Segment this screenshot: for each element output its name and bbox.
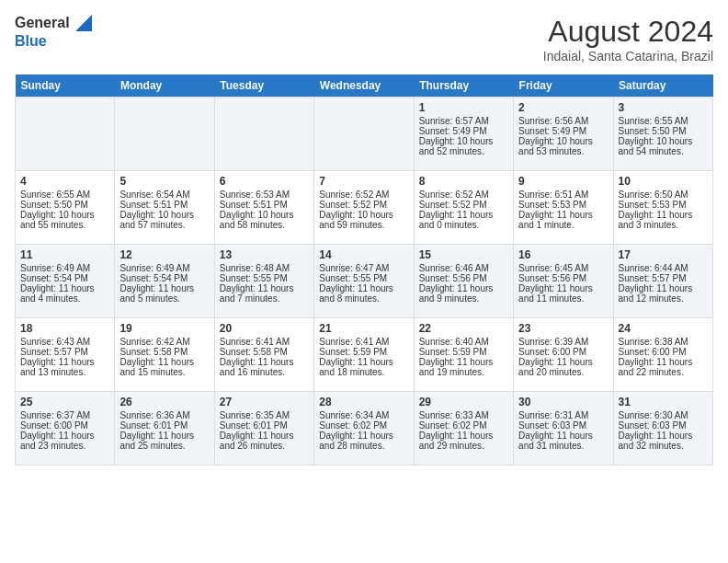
daylight-text: Daylight: 11 hours and 29 minutes. xyxy=(419,431,508,451)
sunset-text: Sunset: 5:52 PM xyxy=(419,200,508,210)
daylight-text: Daylight: 11 hours and 32 minutes. xyxy=(619,431,708,451)
daylight-text: Daylight: 11 hours and 31 minutes. xyxy=(518,431,608,451)
sunrise-text: Sunrise: 6:44 AM xyxy=(619,263,708,273)
logo-blue-text: Blue xyxy=(15,33,47,49)
sunset-text: Sunset: 5:58 PM xyxy=(119,347,209,357)
day-cell: 25Sunrise: 6:37 AMSunset: 6:00 PMDayligh… xyxy=(16,392,115,465)
day-cell xyxy=(314,98,414,171)
day-number: 14 xyxy=(319,248,408,261)
sunset-text: Sunset: 5:58 PM xyxy=(220,347,309,357)
day-number: 10 xyxy=(619,175,708,188)
sunrise-text: Sunrise: 6:42 AM xyxy=(119,337,209,347)
sunrise-text: Sunrise: 6:37 AM xyxy=(20,410,109,420)
day-number: 13 xyxy=(220,248,309,261)
header-sunday: Sunday xyxy=(16,75,115,98)
sunset-text: Sunset: 6:00 PM xyxy=(619,347,708,357)
day-number: 26 xyxy=(119,396,209,408)
daylight-text: Daylight: 10 hours and 53 minutes. xyxy=(518,136,608,156)
day-number: 22 xyxy=(419,322,508,335)
day-number: 24 xyxy=(619,322,708,335)
day-number: 9 xyxy=(518,175,608,188)
sunset-text: Sunset: 5:55 PM xyxy=(220,273,309,283)
day-cell xyxy=(16,98,115,171)
sunrise-text: Sunrise: 6:51 AM xyxy=(518,190,608,200)
daylight-text: Daylight: 11 hours and 5 minutes. xyxy=(119,283,209,304)
daylight-text: Daylight: 11 hours and 1 minute. xyxy=(518,210,608,230)
sunrise-text: Sunrise: 6:56 AM xyxy=(518,116,608,126)
sunrise-text: Sunrise: 6:41 AM xyxy=(319,337,408,347)
sunset-text: Sunset: 5:56 PM xyxy=(419,273,508,283)
sunset-text: Sunset: 5:59 PM xyxy=(419,347,508,357)
day-cell: 27Sunrise: 6:35 AMSunset: 6:01 PMDayligh… xyxy=(214,392,313,465)
sunset-text: Sunset: 6:01 PM xyxy=(119,420,209,431)
header-tuesday: Tuesday xyxy=(214,75,313,98)
sunset-text: Sunset: 5:50 PM xyxy=(619,126,708,136)
sunset-text: Sunset: 5:57 PM xyxy=(619,273,708,283)
day-cell: 7Sunrise: 6:52 AMSunset: 5:52 PMDaylight… xyxy=(314,171,414,245)
day-cell: 19Sunrise: 6:42 AMSunset: 5:58 PMDayligh… xyxy=(115,318,214,392)
daylight-text: Daylight: 11 hours and 22 minutes. xyxy=(619,357,708,377)
sunrise-text: Sunrise: 6:47 AM xyxy=(319,263,408,273)
header-saturday: Saturday xyxy=(613,75,712,98)
sunrise-text: Sunrise: 6:57 AM xyxy=(419,116,508,126)
sunset-text: Sunset: 5:51 PM xyxy=(220,200,309,210)
day-cell xyxy=(115,98,214,171)
week-row-2: 4Sunrise: 6:55 AMSunset: 5:50 PMDaylight… xyxy=(16,171,713,245)
daylight-text: Daylight: 11 hours and 28 minutes. xyxy=(319,431,408,451)
sunset-text: Sunset: 5:55 PM xyxy=(319,273,408,283)
daylight-text: Daylight: 11 hours and 4 minutes. xyxy=(20,283,109,304)
day-number: 2 xyxy=(518,101,608,114)
day-number: 28 xyxy=(319,396,408,408)
sunrise-text: Sunrise: 6:52 AM xyxy=(319,190,408,200)
day-cell: 10Sunrise: 6:50 AMSunset: 5:53 PMDayligh… xyxy=(613,171,712,245)
day-cell: 30Sunrise: 6:31 AMSunset: 6:03 PMDayligh… xyxy=(514,392,613,465)
sunrise-text: Sunrise: 6:48 AM xyxy=(220,263,309,273)
day-number: 21 xyxy=(319,322,408,335)
day-cell: 20Sunrise: 6:41 AMSunset: 5:58 PMDayligh… xyxy=(214,318,313,392)
day-cell: 11Sunrise: 6:49 AMSunset: 5:54 PMDayligh… xyxy=(16,245,115,318)
header-row: Sunday Monday Tuesday Wednesday Thursday… xyxy=(16,75,713,98)
header-thursday: Thursday xyxy=(414,75,513,98)
daylight-text: Daylight: 11 hours and 7 minutes. xyxy=(220,283,309,304)
day-number: 27 xyxy=(220,396,309,408)
calendar-body: 1Sunrise: 6:57 AMSunset: 5:49 PMDaylight… xyxy=(16,98,713,465)
day-number: 31 xyxy=(619,396,708,408)
sunrise-text: Sunrise: 6:43 AM xyxy=(20,337,109,347)
daylight-text: Daylight: 10 hours and 59 minutes. xyxy=(319,210,408,230)
header-monday: Monday xyxy=(115,75,214,98)
sunset-text: Sunset: 5:57 PM xyxy=(20,347,109,357)
page-header: General Blue August 2024 Indaial, Santa … xyxy=(15,15,713,63)
sunset-text: Sunset: 6:02 PM xyxy=(319,420,408,431)
sunrise-text: Sunrise: 6:34 AM xyxy=(319,410,408,420)
sunrise-text: Sunrise: 6:40 AM xyxy=(419,337,508,347)
sunset-text: Sunset: 5:49 PM xyxy=(419,126,508,136)
day-cell: 18Sunrise: 6:43 AMSunset: 5:57 PMDayligh… xyxy=(16,318,115,392)
sunrise-text: Sunrise: 6:55 AM xyxy=(619,116,708,126)
daylight-text: Daylight: 11 hours and 15 minutes. xyxy=(119,357,209,377)
daylight-text: Daylight: 11 hours and 8 minutes. xyxy=(319,283,408,304)
sunrise-text: Sunrise: 6:46 AM xyxy=(419,263,508,273)
logo-general-text: General xyxy=(15,15,70,31)
day-cell: 4Sunrise: 6:55 AMSunset: 5:50 PMDaylight… xyxy=(16,171,115,245)
day-number: 12 xyxy=(119,248,209,261)
sunrise-text: Sunrise: 6:38 AM xyxy=(619,337,708,347)
week-row-5: 25Sunrise: 6:37 AMSunset: 6:00 PMDayligh… xyxy=(16,392,713,465)
day-cell: 12Sunrise: 6:49 AMSunset: 5:54 PMDayligh… xyxy=(115,245,214,318)
day-cell: 2Sunrise: 6:56 AMSunset: 5:49 PMDaylight… xyxy=(514,98,613,171)
week-row-4: 18Sunrise: 6:43 AMSunset: 5:57 PMDayligh… xyxy=(16,318,713,392)
sunset-text: Sunset: 5:56 PM xyxy=(518,273,608,283)
sunrise-text: Sunrise: 6:49 AM xyxy=(119,263,209,273)
week-row-3: 11Sunrise: 6:49 AMSunset: 5:54 PMDayligh… xyxy=(16,245,713,318)
sunrise-text: Sunrise: 6:45 AM xyxy=(518,263,608,273)
sunrise-text: Sunrise: 6:39 AM xyxy=(518,337,608,347)
daylight-text: Daylight: 11 hours and 23 minutes. xyxy=(20,431,109,451)
day-cell: 23Sunrise: 6:39 AMSunset: 6:00 PMDayligh… xyxy=(514,318,613,392)
sunset-text: Sunset: 5:53 PM xyxy=(518,200,608,210)
week-row-1: 1Sunrise: 6:57 AMSunset: 5:49 PMDaylight… xyxy=(16,98,713,171)
month-title: August 2024 xyxy=(543,15,713,49)
daylight-text: Daylight: 10 hours and 57 minutes. xyxy=(119,210,209,230)
day-number: 4 xyxy=(20,175,109,188)
sunrise-text: Sunrise: 6:41 AM xyxy=(220,337,309,347)
day-number: 16 xyxy=(518,248,608,261)
sunset-text: Sunset: 5:51 PM xyxy=(119,200,209,210)
